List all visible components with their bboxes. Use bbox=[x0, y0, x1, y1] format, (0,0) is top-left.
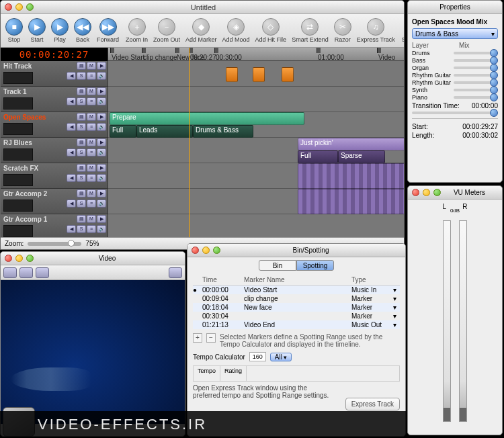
smart-extend-button[interactable]: ⇄Smart Extend bbox=[290, 17, 331, 44]
track-btn[interactable]: ▶ bbox=[97, 164, 106, 172]
minimize-icon[interactable] bbox=[15, 3, 23, 11]
lane-hit-track[interactable] bbox=[108, 61, 404, 87]
lane-gtr-1[interactable] bbox=[108, 214, 404, 237]
clip-drums-bass[interactable]: Drums & Bass bbox=[193, 125, 253, 138]
track-btn[interactable]: ▤ bbox=[77, 87, 86, 95]
lane-track-1[interactable] bbox=[108, 87, 404, 112]
titlebar[interactable]: Untitled bbox=[1, 1, 404, 14]
add-marker-button[interactable]: ◆Add Marker bbox=[183, 17, 219, 44]
track-btn[interactable]: 🔊 bbox=[97, 72, 106, 80]
mute-button[interactable]: M bbox=[87, 138, 96, 146]
hit-clip[interactable] bbox=[253, 67, 265, 82]
track-btn[interactable]: ▤ bbox=[77, 189, 86, 198]
track-header[interactable]: Gtr Accomp 1 ▤M▶ ◀S≡🔊 bbox=[1, 214, 108, 237]
mute-button[interactable]: M bbox=[87, 62, 96, 70]
table-row[interactable]: ●00:00:00Video StartMusic In▾ bbox=[193, 286, 400, 294]
back-button[interactable]: ◀◀Back bbox=[72, 17, 93, 44]
minimize-icon[interactable] bbox=[202, 247, 210, 254]
play-button[interactable]: ▶Play bbox=[49, 17, 71, 44]
forward-button[interactable]: ▶▶Forward bbox=[95, 17, 121, 44]
track-btn[interactable]: ◀ bbox=[67, 225, 76, 233]
close-icon[interactable] bbox=[412, 189, 419, 196]
solo-button[interactable]: S bbox=[77, 225, 86, 233]
track-btn[interactable]: ≡ bbox=[87, 97, 96, 105]
maximize-icon[interactable] bbox=[213, 247, 220, 254]
track-btn[interactable]: ◀ bbox=[67, 97, 76, 105]
zoom-out-button[interactable]: －Zoom Out bbox=[151, 17, 182, 44]
layer-slider[interactable] bbox=[454, 59, 498, 62]
track-btn[interactable]: ▶ bbox=[97, 138, 106, 146]
add-mood-button[interactable]: ◈Add Mood bbox=[220, 17, 252, 44]
lane-gtr-2[interactable] bbox=[108, 189, 404, 214]
track-header[interactable]: Hit Track ▤M▶ ◀S≡🔊 bbox=[1, 61, 108, 87]
tempo-list[interactable]: TempoRating bbox=[193, 365, 400, 382]
close-icon[interactable] bbox=[5, 3, 12, 11]
stop-button[interactable]: ■Stop bbox=[3, 17, 25, 44]
clip-prepare[interactable]: Prepare bbox=[110, 112, 304, 125]
video-tab[interactable] bbox=[19, 267, 33, 278]
smartsound-button[interactable]: ∿SmartSound bbox=[400, 17, 405, 44]
solo-button[interactable]: S bbox=[77, 174, 86, 182]
tab-bin[interactable]: Bin bbox=[259, 260, 296, 271]
zoom-slider[interactable] bbox=[28, 242, 81, 246]
lane-rj-blues[interactable]: Just pickin' Full Sparse bbox=[108, 138, 404, 163]
solo-button[interactable]: S bbox=[77, 72, 86, 80]
ruler-marker[interactable] bbox=[142, 48, 146, 53]
close-icon[interactable] bbox=[5, 255, 12, 262]
mute-button[interactable]: M bbox=[87, 87, 96, 95]
remove-button[interactable]: − bbox=[206, 333, 216, 343]
ruler-marker[interactable] bbox=[377, 48, 381, 53]
track-btn[interactable]: ◀ bbox=[67, 148, 76, 157]
transition-slider[interactable] bbox=[412, 112, 498, 114]
layer-slider[interactable] bbox=[454, 89, 498, 91]
track-btn[interactable]: 🔊 bbox=[97, 225, 106, 233]
track-btn[interactable]: ▶ bbox=[97, 87, 106, 95]
track-btn[interactable]: ◀ bbox=[67, 174, 76, 182]
clip-sparse[interactable]: Sparse bbox=[338, 150, 385, 163]
solo-button[interactable]: S bbox=[77, 123, 86, 131]
table-row[interactable]: 00:30:04Marker▾ bbox=[193, 312, 400, 320]
mute-button[interactable]: M bbox=[87, 113, 96, 121]
lane-scratch-fx[interactable] bbox=[108, 163, 404, 189]
layer-slider[interactable] bbox=[454, 96, 498, 99]
tempo-input[interactable]: 160 bbox=[249, 352, 266, 361]
zoom-in-button[interactable]: ＋Zoom In bbox=[124, 17, 150, 44]
ruler-marker[interactable] bbox=[214, 48, 218, 53]
track-btn[interactable]: ▶ bbox=[97, 189, 106, 198]
table-row[interactable]: 01:21:13Video EndMusic Out▾ bbox=[193, 320, 400, 329]
close-icon[interactable] bbox=[192, 247, 199, 254]
table-row[interactable]: 00:09:04clip changeMarker▾ bbox=[193, 294, 400, 303]
add-button[interactable]: + bbox=[193, 333, 202, 343]
layer-slider[interactable] bbox=[454, 52, 498, 54]
video-tab[interactable] bbox=[3, 267, 17, 278]
track-btn[interactable]: ≡ bbox=[87, 123, 96, 131]
layer-slider[interactable] bbox=[454, 67, 498, 69]
express-track-button[interactable]: Express Track bbox=[345, 398, 400, 410]
add-hit-file-button[interactable]: ◇Add Hit File bbox=[253, 17, 289, 44]
layer-slider[interactable] bbox=[454, 81, 498, 84]
track-btn[interactable]: 🔊 bbox=[97, 200, 106, 208]
mute-button[interactable]: M bbox=[87, 215, 96, 223]
hit-clip[interactable] bbox=[282, 67, 294, 82]
playhead[interactable] bbox=[189, 48, 190, 237]
track-header[interactable]: Scratch FX ▤M▶ ◀S≡🔊 bbox=[1, 163, 108, 189]
mute-button[interactable]: M bbox=[87, 164, 96, 172]
track-btn[interactable]: 🔊 bbox=[97, 174, 106, 182]
maximize-icon[interactable] bbox=[26, 255, 34, 262]
track-btn[interactable]: ≡ bbox=[87, 72, 96, 80]
track-btn[interactable]: ▶ bbox=[97, 113, 106, 121]
solo-button[interactable]: S bbox=[77, 200, 86, 208]
lane-open-spaces[interactable]: Prepare Full Leads Drums & Bass bbox=[108, 112, 404, 138]
solo-button[interactable]: S bbox=[77, 148, 86, 157]
table-row[interactable]: 00:18:04New faceMarker▾ bbox=[193, 303, 400, 312]
minimize-icon[interactable] bbox=[15, 255, 23, 262]
tab-spotting[interactable]: Spotting bbox=[296, 260, 334, 271]
track-header[interactable]: Gtr Accomp 2 ▤M▶ ◀S≡🔊 bbox=[1, 189, 108, 214]
track-lanes[interactable]: Video Startclip changeNew face00:20:2700… bbox=[108, 48, 404, 237]
clip-leads[interactable]: Leads bbox=[136, 125, 193, 138]
ruler-marker[interactable] bbox=[175, 48, 179, 53]
clip-just-pickin[interactable]: Just pickin' bbox=[298, 138, 404, 150]
track-btn[interactable]: 🔊 bbox=[97, 123, 106, 131]
track-btn[interactable]: 🔊 bbox=[97, 148, 106, 157]
start-button[interactable]: ▶Start bbox=[26, 17, 48, 44]
